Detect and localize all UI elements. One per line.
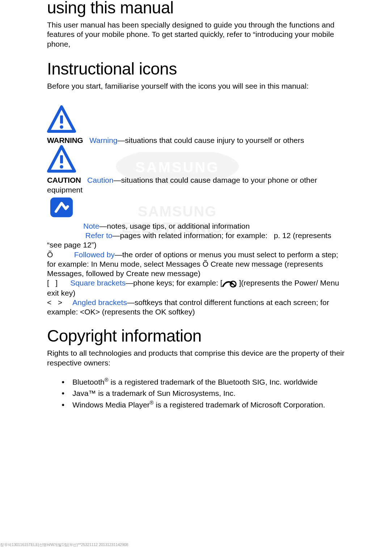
note-line: Note—notes, usage tips, or additional in… bbox=[47, 221, 345, 231]
svg-point-7 bbox=[60, 165, 63, 169]
section-title-icons: Instructional icons bbox=[47, 59, 345, 79]
caution-label: CAUTION bbox=[47, 176, 81, 184]
square-desc-1: —phone keys; for example: [ bbox=[126, 279, 222, 287]
icons-intro: Before you start, familiarise yourself w… bbox=[47, 81, 345, 91]
copyright-intro: Rights to all technologies and products … bbox=[47, 348, 345, 368]
svg-rect-6 bbox=[60, 155, 63, 163]
svg-rect-3 bbox=[60, 115, 63, 123]
followed-prefix: Õ bbox=[47, 250, 74, 259]
warning-label: WARNING bbox=[47, 136, 83, 144]
svg-rect-8 bbox=[50, 198, 73, 217]
caution-line: CAUTION Caution—situations that could ca… bbox=[47, 175, 345, 195]
warning-term: Warning bbox=[89, 136, 117, 144]
list-item: Bluetooth® is a registered trademark of … bbox=[62, 376, 345, 388]
intro-paragraph: This user manual has been specially desi… bbox=[47, 20, 345, 49]
warning-line: WARNING Warning—situations that could ca… bbox=[47, 136, 345, 145]
copyright-list: Bluetooth® is a registered trademark of … bbox=[47, 376, 345, 411]
followed-line: Õ Followed by—the order of options or me… bbox=[47, 250, 345, 279]
warning-desc: —situations that could cause injury to y… bbox=[117, 136, 304, 144]
footer-code: 장우석13011615TELE|선행H/W개발1팀(무선)**25321112 … bbox=[0, 542, 128, 547]
followed-term: Followed by bbox=[74, 250, 115, 259]
angled-line: < > Angled brackets—softkeys that contro… bbox=[47, 298, 345, 317]
square-prefix: [ ] bbox=[47, 279, 70, 287]
angled-prefix: < > bbox=[47, 298, 72, 306]
caution-term: Caution bbox=[87, 176, 113, 184]
refer-term: Refer to bbox=[85, 231, 113, 240]
section-title-copyright: Copyright information bbox=[47, 326, 345, 346]
page-title: using this manual bbox=[47, 0, 345, 17]
note-icon bbox=[47, 195, 76, 220]
power-key-icon bbox=[222, 279, 237, 288]
angled-term: Angled brackets bbox=[72, 298, 127, 306]
square-line: [ ] Square brackets—phone keys; for exam… bbox=[47, 278, 345, 298]
refer-line: Refer to—pages with related information;… bbox=[47, 231, 345, 250]
note-term: Note bbox=[83, 222, 99, 230]
warning-icon bbox=[47, 105, 76, 134]
svg-point-4 bbox=[60, 125, 63, 129]
list-item: Windows Media Player® is a registered tr… bbox=[62, 399, 345, 411]
note-desc: —notes, usage tips, or additional inform… bbox=[99, 222, 250, 230]
square-term: Square brackets bbox=[70, 279, 126, 287]
list-item: Java™ is a trademark of Sun Microsystems… bbox=[62, 388, 345, 399]
caution-icon bbox=[47, 145, 76, 174]
